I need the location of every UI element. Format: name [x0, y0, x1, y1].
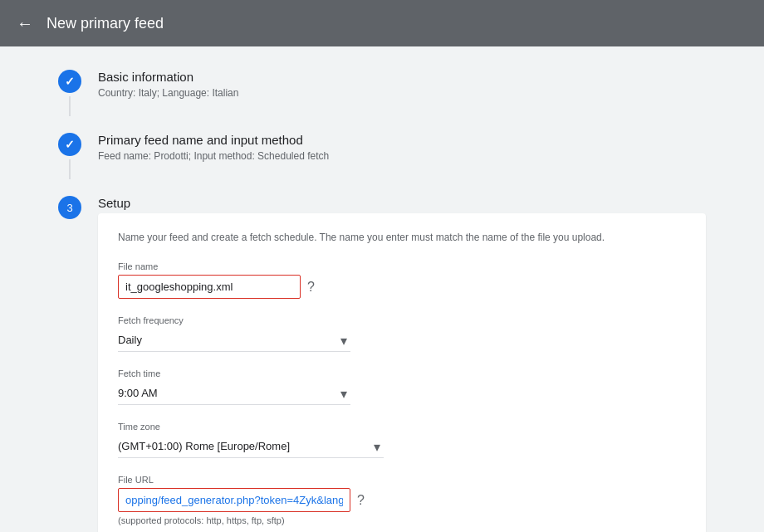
file-url-group: File URL ? (supported protocols: http, h…	[118, 475, 686, 525]
fetch-time-group: Fetch time 9:00 AM ▾	[118, 368, 686, 405]
back-button[interactable]: ←	[17, 14, 33, 33]
fetch-frequency-label: Fetch frequency	[118, 315, 686, 325]
step-2-line	[69, 159, 71, 179]
step-2-title: Primary feed name and input method	[98, 133, 706, 147]
step-1: Basic information Country: Italy; Langua…	[58, 70, 706, 116]
file-name-label: File name	[118, 261, 686, 271]
file-name-wrapper: ?	[118, 275, 686, 299]
step-1-indicator	[58, 70, 81, 116]
setup-section: Name your feed and create a fetch schedu…	[98, 213, 706, 532]
step-2-check-icon	[65, 138, 75, 151]
time-zone-wrapper: (GMT+01:00) Rome [Europe/Rome] ▾	[118, 435, 384, 458]
time-zone-label: Time zone	[118, 422, 686, 432]
file-url-help-icon[interactable]: ?	[357, 493, 365, 508]
file-name-help-icon[interactable]: ?	[307, 280, 315, 295]
step-3-indicator: 3	[58, 196, 81, 219]
page-header: ← New primary feed	[0, 0, 764, 46]
main-content: Basic information Country: Italy; Langua…	[25, 46, 739, 532]
fetch-frequency-select[interactable]: Daily Weekly Monthly	[118, 329, 350, 352]
step-3-circle: 3	[58, 196, 81, 219]
page-title: New primary feed	[47, 15, 164, 32]
step-1-subtitle: Country: Italy; Language: Italian	[98, 87, 706, 99]
file-name-input[interactable]	[118, 275, 301, 299]
step-3-content: Setup Name your feed and create a fetch …	[98, 196, 706, 532]
step-3: 3 Setup Name your feed and create a fetc…	[58, 196, 706, 532]
step-2-indicator	[58, 133, 81, 179]
step-1-check-icon	[65, 75, 75, 88]
setup-description: Name your feed and create a fetch schedu…	[118, 230, 686, 245]
time-zone-group: Time zone (GMT+01:00) Rome [Europe/Rome]…	[118, 422, 686, 458]
fetch-time-label: Fetch time	[118, 368, 686, 378]
fetch-frequency-group: Fetch frequency Daily Weekly Monthly ▾	[118, 315, 686, 352]
step-1-line	[69, 96, 71, 116]
step-2: Primary feed name and input method Feed …	[58, 133, 706, 179]
step-2-subtitle: Feed name: Prodotti; Input method: Sched…	[98, 150, 706, 162]
file-name-group: File name ?	[118, 261, 686, 299]
step-3-title: Setup	[98, 196, 706, 210]
file-url-input[interactable]	[118, 488, 350, 512]
url-note: (supported protocols: http, https, ftp, …	[118, 515, 686, 525]
step-2-content: Primary feed name and input method Feed …	[98, 133, 706, 175]
fetch-time-select[interactable]: 9:00 AM	[118, 382, 350, 405]
step-3-number: 3	[66, 202, 72, 214]
time-zone-select[interactable]: (GMT+01:00) Rome [Europe/Rome]	[118, 435, 384, 458]
step-1-content: Basic information Country: Italy; Langua…	[98, 70, 706, 112]
file-url-label: File URL	[118, 475, 686, 485]
fetch-frequency-wrapper: Daily Weekly Monthly ▾	[118, 329, 350, 352]
step-1-circle	[58, 70, 81, 93]
step-2-circle	[58, 133, 81, 156]
fetch-time-wrapper: 9:00 AM ▾	[118, 382, 350, 405]
step-1-title: Basic information	[98, 70, 706, 84]
file-url-wrapper: ?	[118, 488, 686, 512]
